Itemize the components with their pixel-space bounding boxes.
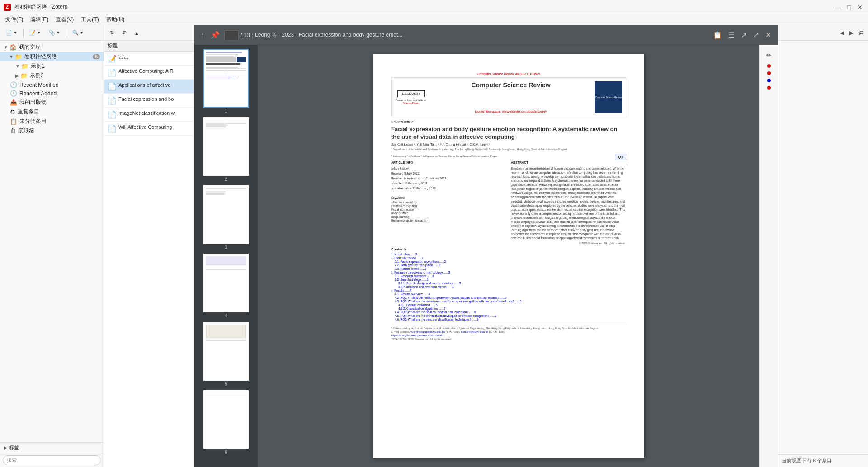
example2-item[interactable]: ▶ 📁 示例2 bbox=[0, 71, 104, 80]
annotation-dot-red-1 bbox=[767, 64, 771, 68]
sort-asc-button[interactable]: ⇅ bbox=[107, 27, 117, 39]
pdf-icon: 📄 bbox=[108, 96, 117, 105]
nav-back-button[interactable]: ◀ bbox=[839, 28, 846, 38]
email-tang-name: (Y.M. Tang), bbox=[446, 330, 460, 333]
journal-content-box: ELSEVIER Contents lists available at Sci… bbox=[391, 77, 626, 117]
close-button[interactable]: ✕ bbox=[855, 3, 864, 12]
recycle-label: 重复条目 bbox=[18, 108, 39, 116]
thumb-image-1 bbox=[203, 49, 249, 108]
toc-item: 3. Research objective and methodology ..… bbox=[391, 271, 626, 274]
file-title-4: ImageNet classification w bbox=[118, 110, 190, 116]
right-panel: ◀ ▶ 🏷 当前视图下有 6 个条目 bbox=[778, 25, 868, 467]
list-item[interactable]: 📄 Will Affective Computing bbox=[104, 122, 194, 136]
annotation-panel: ✏ bbox=[760, 45, 778, 467]
pdf-page-info: 1 / 13 : Leong 等 - 2023 - Facial express… bbox=[224, 30, 402, 40]
toc-item: 4.1. Results overview ......4 bbox=[391, 292, 626, 296]
attach-button[interactable]: 📎 ▼ bbox=[46, 27, 63, 39]
thumbnail-3[interactable]: 3 bbox=[198, 185, 254, 250]
annotation-pencil-button[interactable]: ✏ bbox=[763, 49, 775, 61]
pdf-share-button[interactable]: ↗ bbox=[739, 29, 749, 41]
trash-icon: 🗑 bbox=[10, 127, 16, 134]
list-item[interactable]: 📄 Applications of affective bbox=[104, 80, 194, 94]
abstract-title: ABSTRACT bbox=[511, 161, 626, 165]
contents-title: Contents bbox=[391, 247, 626, 251]
recent-modified-label: Recent Modified bbox=[19, 82, 59, 88]
minimize-button[interactable]: — bbox=[834, 3, 843, 12]
menu-help[interactable]: 帮助(H) bbox=[103, 15, 128, 24]
thumbnail-1[interactable]: 1 bbox=[198, 49, 254, 113]
paper-columns: ARTICLE INFO Article history: Received 5… bbox=[391, 161, 626, 245]
status-text: 当前视图下有 6 个条目 bbox=[782, 458, 832, 463]
locate-arrow: ▼ bbox=[80, 31, 84, 35]
pdf-pin-button[interactable]: 📌 bbox=[209, 29, 222, 41]
menu-tools[interactable]: 工具(T) bbox=[77, 15, 102, 24]
pdf-thumbnails[interactable]: 1 bbox=[194, 45, 258, 467]
search-input[interactable] bbox=[3, 455, 101, 465]
available-date: Available online 22 February 2023 bbox=[391, 186, 506, 190]
maximize-button[interactable]: □ bbox=[844, 3, 854, 12]
toc-item: 2.2. Body gesture recognition ......2 bbox=[391, 264, 626, 267]
list-item[interactable]: 📄 ImageNet classification w bbox=[104, 108, 194, 122]
recent-added-item[interactable]: 🕐 Rencent Added bbox=[0, 89, 104, 98]
menu-file[interactable]: 文件(F) bbox=[2, 15, 27, 24]
trash-label: 废纸篓 bbox=[18, 127, 34, 135]
pdf-close-button[interactable]: ✕ bbox=[764, 29, 773, 41]
copyright: © 2023 Elsevier Inc. All rights reserved… bbox=[511, 242, 626, 245]
file-item-text: Facial expression and bo bbox=[118, 96, 190, 102]
collection-item[interactable]: ▼ 📁 卷积神经网络 6 bbox=[0, 52, 104, 61]
search-bar bbox=[0, 453, 104, 467]
pdf-fullscreen-button[interactable]: ⤢ bbox=[751, 29, 761, 41]
tag-button[interactable]: 🏷 bbox=[857, 28, 865, 38]
filter-button[interactable]: ▲ bbox=[131, 27, 142, 39]
thumbnail-2[interactable]: 2 bbox=[198, 117, 254, 182]
keyword-5: Human-computer interaction bbox=[391, 219, 506, 222]
list-item[interactable]: 📄 Facial expression and bo bbox=[104, 94, 194, 108]
trash-item[interactable]: 🗑 废纸篓 bbox=[0, 126, 104, 136]
sort-desc-button[interactable]: ⇵ bbox=[119, 27, 129, 39]
pdf-layout-button[interactable]: ☰ bbox=[726, 29, 736, 41]
thumbnail-5[interactable]: 5 bbox=[198, 322, 254, 387]
right-toolbar: ◀ ▶ 🏷 bbox=[778, 25, 868, 41]
pdf-main: Computer Science Review 48 (2023) 100545… bbox=[258, 45, 760, 467]
file-title-1: Affective Computing: A R bbox=[118, 68, 190, 74]
thumb-image-2 bbox=[203, 117, 249, 176]
recycle-item[interactable]: ♻ 重复条目 bbox=[0, 107, 104, 117]
pdf-page-input[interactable]: 1 bbox=[224, 30, 239, 40]
new-note-icon: 📝 bbox=[29, 30, 36, 36]
thumbnail-6[interactable]: 6 bbox=[198, 390, 254, 455]
toc-item: 4.4. RQ3: What are the devices used for … bbox=[391, 311, 626, 314]
pdf-panel: ↑ 📌 1 / 13 : Leong 等 - 2023 - Facial exp… bbox=[194, 25, 778, 467]
list-item[interactable]: 📄 Affective Computing: A R bbox=[104, 66, 194, 80]
pdf-icon: 📄 bbox=[108, 124, 117, 133]
uncategorized-item[interactable]: 📋 未分类条目 bbox=[0, 117, 104, 126]
q1-badge: Q1 bbox=[615, 154, 626, 160]
pdf-extract-button[interactable]: 📋 bbox=[711, 29, 724, 41]
recent-modified-item[interactable]: 🕐 Recent Modified bbox=[0, 80, 104, 89]
thumb-image-4 bbox=[203, 254, 249, 312]
tags-header[interactable]: ▶ 标签 bbox=[0, 443, 104, 453]
locate-button[interactable]: 🔍 ▼ bbox=[69, 27, 87, 39]
pdf-back-button[interactable]: ↑ bbox=[199, 29, 206, 41]
footnote-text: * Corresponding author at: Department of… bbox=[391, 327, 626, 330]
thumbnail-4[interactable]: 4 bbox=[198, 254, 254, 318]
title-bar-controls: — □ ✕ bbox=[834, 3, 864, 12]
my-library-item[interactable]: ▼ 🏠 我的文库 bbox=[0, 42, 104, 52]
new-note-button[interactable]: 📝 ▼ bbox=[26, 27, 44, 39]
tags-arrow: ▶ bbox=[4, 445, 7, 450]
email-lee: ckm.lee@polyu.edu.hk bbox=[461, 330, 488, 333]
my-output-item[interactable]: 📤 我的出版物 bbox=[0, 98, 104, 107]
toc-item: 4. Results ......4 bbox=[391, 289, 626, 292]
example1-item[interactable]: ▼ 📁 示例1 bbox=[0, 61, 104, 71]
menu-edit[interactable]: 编辑(E) bbox=[27, 15, 52, 24]
list-item[interactable]: 📝 试试 bbox=[104, 52, 194, 66]
new-item-button[interactable]: 📄 ▼ bbox=[3, 27, 20, 39]
file-list: 📝 试试 📄 Affective Computing: A R 📄 Applic… bbox=[104, 52, 194, 467]
main-content: 📄 ▼ 📝 ▼ 📎 ▼ 🔍 ▼ ▼ 🏠 我的文库 bbox=[0, 25, 868, 467]
toc-item: 1. Introduction ......2 bbox=[391, 253, 626, 256]
nav-forward-button[interactable]: ▶ bbox=[848, 28, 855, 38]
menu-view[interactable]: 查看(V) bbox=[52, 15, 77, 24]
pdf-icon: 📄 bbox=[108, 68, 117, 77]
example2-icon: 📁 bbox=[20, 72, 28, 79]
pdf-icon: 📄 bbox=[108, 82, 117, 91]
collection-icon: 📁 bbox=[15, 53, 22, 60]
